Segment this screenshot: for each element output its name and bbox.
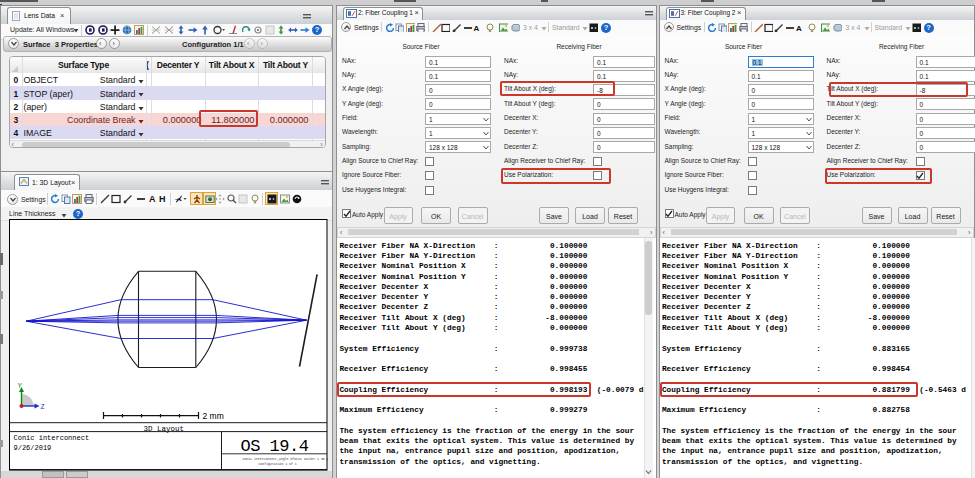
svg-text:OS 19.4: OS 19.4 <box>240 437 308 456</box>
svg-text:Conic interconnect_angle ofocu: Conic interconnect_angle ofocus socket 1… <box>242 457 328 461</box>
svg-text:2 mm: 2 mm <box>202 411 223 421</box>
svg-text:9/26/2019: 9/26/2019 <box>13 444 51 452</box>
svg-text:Configuration 1 of 1: Configuration 1 of 1 <box>258 462 296 466</box>
svg-text:Conic interconnect: Conic interconnect <box>13 434 89 442</box>
svg-text:Z: Z <box>40 403 44 411</box>
